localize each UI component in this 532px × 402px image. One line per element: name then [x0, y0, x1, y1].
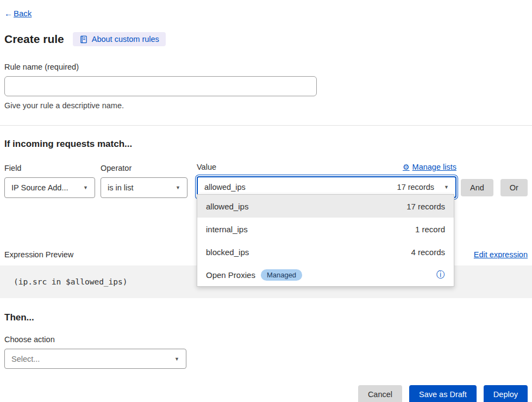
- rule-name-help: Give your rule a descriptive name.: [4, 101, 528, 110]
- cancel-button[interactable]: Cancel: [358, 385, 402, 402]
- list-item-meta: 4 records: [411, 248, 445, 257]
- open-proxies-left: Open Proxies Managed: [206, 269, 302, 281]
- book-icon: [79, 35, 87, 44]
- field-select-value: IP Source Add...: [11, 183, 68, 192]
- back-arrow-icon: ←: [4, 9, 12, 18]
- back-row: ←Back: [4, 9, 528, 18]
- list-item-meta: 17 records: [406, 202, 445, 211]
- list-item-name: Open Proxies: [206, 270, 255, 280]
- and-button[interactable]: And: [461, 179, 493, 197]
- edit-expression-link[interactable]: Edit expression: [474, 250, 528, 259]
- value-label: Value: [197, 163, 216, 171]
- choose-action-label: Choose action: [4, 335, 528, 344]
- about-custom-rules-chip[interactable]: About custom rules: [73, 32, 166, 46]
- list-item-name: blocked_ips: [206, 248, 249, 257]
- value-select-meta: 17 records: [397, 183, 439, 191]
- chevron-down-icon: ▼: [444, 184, 449, 190]
- info-icon[interactable]: ⓘ: [436, 270, 445, 279]
- gear-icon: ⚙: [403, 163, 410, 171]
- list-item-meta: 1 record: [415, 225, 445, 234]
- operator-select-value: is in list: [108, 183, 134, 192]
- dropdown-item-allowed-ips[interactable]: allowed_ips 17 records: [197, 195, 454, 218]
- manage-lists-label: Manage lists: [412, 163, 456, 171]
- dropdown-item-blocked-ips[interactable]: blocked_ips 4 records: [197, 240, 454, 263]
- dropdown-item-open-proxies[interactable]: Open Proxies Managed ⓘ: [197, 263, 454, 286]
- and-or-buttons: And Or: [461, 177, 528, 198]
- rule-name-input[interactable]: [4, 76, 317, 96]
- value-column: Value ⚙ Manage lists allowed_ips 17 reco…: [197, 163, 456, 198]
- manage-lists-link[interactable]: ⚙ Manage lists: [403, 163, 456, 171]
- value-dropdown-menu: allowed_ips 17 records internal_ips 1 re…: [197, 194, 454, 287]
- value-select-value: allowed_ips: [204, 183, 246, 191]
- operator-label: Operator: [101, 164, 187, 172]
- or-button[interactable]: Or: [500, 179, 528, 197]
- field-column: Field IP Source Add... ▼: [4, 164, 95, 198]
- action-select[interactable]: Select... ▼: [4, 349, 186, 369]
- chevron-down-icon: ▼: [83, 185, 88, 190]
- list-item-name: allowed_ips: [206, 202, 248, 211]
- back-label: Back: [14, 9, 32, 18]
- chevron-down-icon: ▼: [176, 185, 180, 190]
- deploy-button[interactable]: Deploy: [484, 385, 528, 402]
- field-select[interactable]: IP Source Add... ▼: [4, 177, 95, 198]
- dropdown-item-internal-ips[interactable]: internal_ips 1 record: [197, 218, 454, 240]
- page-title: Create rule: [4, 33, 64, 46]
- managed-badge: Managed: [261, 269, 302, 281]
- title-row: Create rule About custom rules: [4, 32, 528, 46]
- rule-name-label: Rule name (required): [4, 63, 528, 71]
- field-label: Field: [4, 164, 95, 172]
- save-as-draft-button[interactable]: Save as Draft: [409, 385, 477, 402]
- section-divider: [0, 125, 532, 126]
- create-rule-page: ←Back Create rule About custom rules Rul…: [0, 0, 532, 402]
- footer-actions: Cancel Save as Draft Deploy: [4, 385, 528, 402]
- match-section-title: If incoming requests match...: [4, 139, 528, 150]
- then-section-title: Then...: [4, 312, 528, 323]
- operator-column: Operator is in list ▼: [101, 164, 187, 198]
- expression-code: (ip.src in $allowed_ips): [14, 277, 128, 286]
- value-label-row: Value ⚙ Manage lists: [197, 163, 456, 171]
- list-item-name: internal_ips: [206, 225, 248, 234]
- operator-select[interactable]: is in list ▼: [101, 177, 187, 198]
- action-select-placeholder: Select...: [11, 355, 40, 363]
- match-controls-row: Field IP Source Add... ▼ Operator is in …: [4, 163, 528, 198]
- back-link[interactable]: ←Back: [4, 9, 32, 18]
- about-custom-rules-label: About custom rules: [92, 35, 159, 44]
- chevron-down-icon: ▼: [174, 356, 179, 362]
- expression-preview-label: Expression Preview: [4, 250, 73, 259]
